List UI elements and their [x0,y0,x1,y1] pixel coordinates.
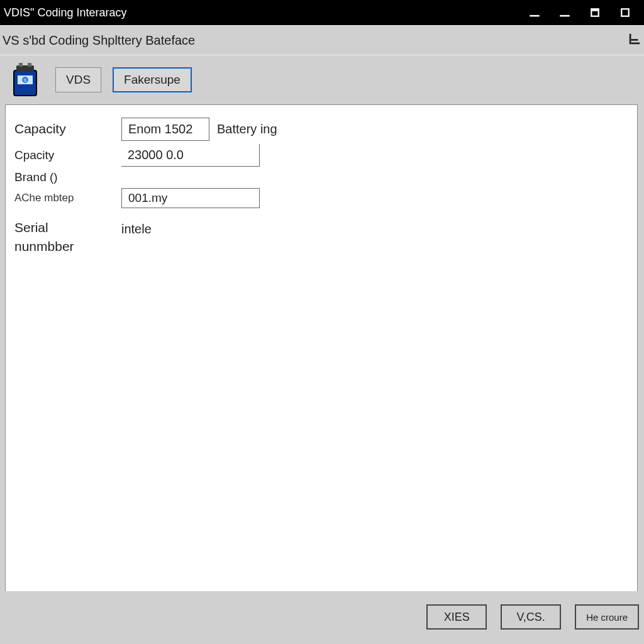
battery-device-icon: S [8,62,44,98]
he-croure-button[interactable]: He croure [575,604,639,630]
xies-button[interactable]: XIES [426,604,487,630]
row-cpacity: Cpacity 23000 0.0 [14,143,628,168]
value-serial: intele [115,218,158,257]
svg-text:S: S [23,77,26,83]
svg-rect-6 [631,43,640,45]
window-controls [526,6,640,19]
vds-button[interactable]: VDS [55,67,101,92]
form-area: Capacity Enom 1502 Battery ing Cpacity 2… [6,105,637,268]
minimize2-button[interactable] [556,6,574,19]
row-step: AChe mbtep 001.my [14,187,628,209]
toolbar: S VDS Fakersupe [0,55,644,104]
row-serial: Serialnunmbber intele [14,218,628,257]
restore-button[interactable] [586,6,604,19]
svg-rect-0 [530,15,539,17]
label-serial: Serialnunmbber [14,218,121,257]
field-capacity[interactable]: Enom 1502 [121,118,209,141]
svg-rect-1 [560,15,569,17]
sub-title: VS s'bd Coding Shplttery Bateface [3,33,628,48]
row-brand: Brand () [14,168,628,187]
fakersupe-button[interactable]: Fakersupe [113,67,192,92]
footer-bar: XIES V,CS. He croure [0,591,644,643]
field-step[interactable]: 001.my [121,188,260,208]
content-panel: Capacity Enom 1502 Battery ing Cpacity 2… [5,104,638,591]
svg-rect-7 [631,39,638,41]
svg-rect-12 [19,63,23,67]
field-cpacity[interactable]: 23000 0.0 [121,144,260,167]
menu-icon[interactable] [628,32,641,48]
svg-rect-3 [591,9,598,11]
window-title: VDIS" Coding Interaracy [4,6,526,19]
label-cpacity: Cpacity [14,146,121,165]
svg-rect-13 [28,63,31,67]
label-capacity: Capacity [14,119,121,139]
suffix-battery: Battery ing [217,122,277,136]
svg-rect-5 [630,34,631,45]
vcs-button[interactable]: V,CS. [501,604,561,630]
label-brand: Brand () [14,168,121,187]
sub-titlebar: VS s'bd Coding Shplttery Bateface [0,25,644,55]
window-titlebar: VDIS" Coding Interaracy [0,0,644,25]
minimize-button[interactable] [526,6,543,19]
row-capacity: Capacity Enom 1502 Battery ing [14,116,628,142]
label-step: AChe mbtep [14,189,121,207]
maximize-button[interactable] [616,6,634,19]
svg-rect-4 [621,9,628,16]
